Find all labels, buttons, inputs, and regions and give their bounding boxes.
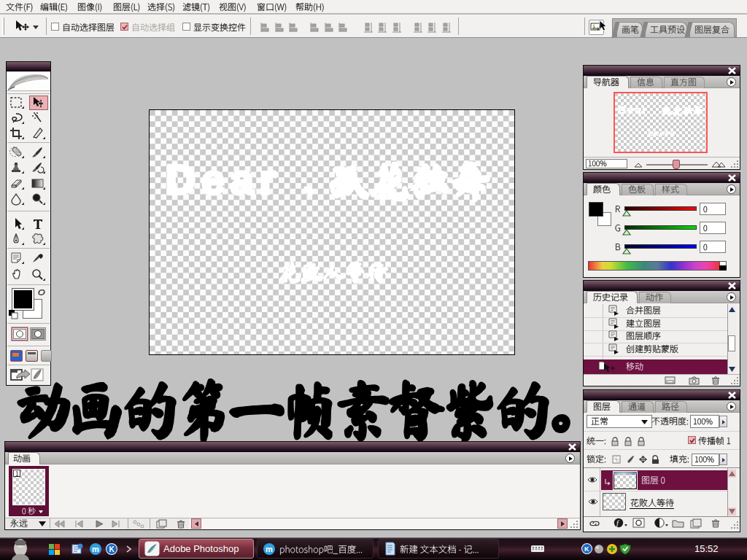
svg-text:m: m: [92, 545, 99, 553]
svg-text:K: K: [109, 545, 115, 553]
svg-text:K: K: [584, 545, 589, 553]
svg-text:m: m: [266, 545, 273, 553]
